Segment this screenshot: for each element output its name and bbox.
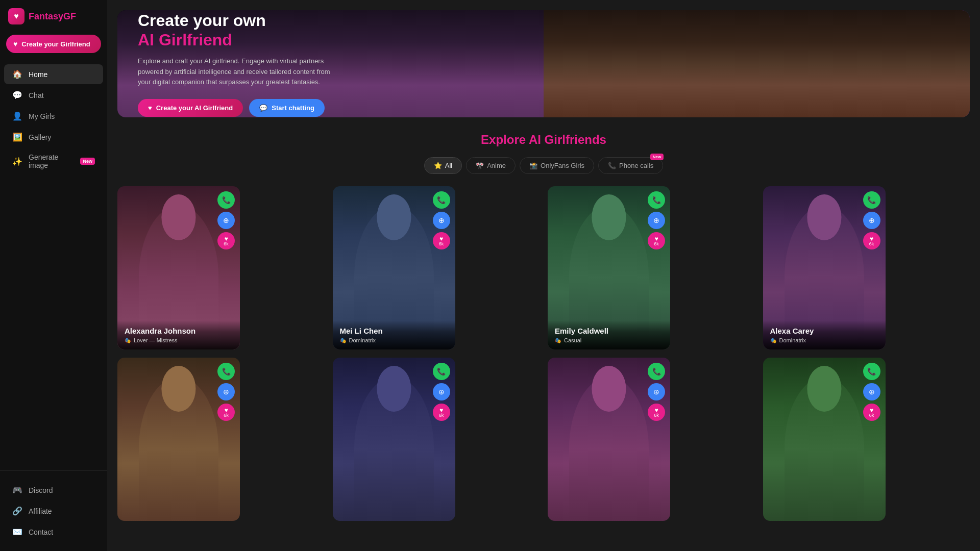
hero-create-button[interactable]: ♥ Create your AI Girlfriend [138, 99, 243, 117]
create-girlfriend-button[interactable]: ♥ Create your Girlfriend [6, 35, 101, 53]
like-count: 6k [224, 241, 229, 246]
scan-button[interactable]: ⊕ [433, 383, 450, 400]
filter-tab-phone[interactable]: 📞 Phone callsNew [598, 157, 663, 174]
sidebar-item-label: Contact [29, 528, 53, 536]
sidebar-item-label: Affiliate [29, 507, 52, 515]
girl-card[interactable]: 📞 ⊕ ♥ 6k [763, 358, 886, 521]
phone-button[interactable]: 📞 [433, 191, 450, 209]
scan-button[interactable]: ⊕ [217, 383, 235, 400]
logo-icon: ♥ [8, 8, 24, 24]
girl-card[interactable]: 📞 ⊕ ♥ 6k Mei Li Chen 🎭 Dominatrix [333, 186, 455, 349]
role-icon: 🎭 [125, 338, 131, 343]
card-actions: 📞 ⊕ ♥ 6k [863, 191, 880, 249]
girl-name: Emily Caldwell [555, 327, 663, 335]
role-label: Dominatrix [779, 337, 806, 343]
girl-card[interactable]: 📞 ⊕ ♥ 6k [333, 358, 455, 521]
role-label: Lover — Mistress [134, 337, 178, 343]
sidebar-item-discord[interactable]: 🎮 Discord [4, 480, 103, 500]
phone-button[interactable]: 📞 [863, 363, 880, 380]
girl-name: Alexa Carey [770, 327, 878, 335]
sidebar-item-label: Discord [29, 486, 53, 494]
filter-tab-all[interactable]: ⭐ All [424, 157, 462, 174]
phone-button[interactable]: 📞 [648, 191, 665, 209]
role-label: Dominatrix [349, 337, 376, 343]
card-info: Alexandra Johnson 🎭 Lover — Mistress [117, 320, 240, 349]
filter-tabs: ⭐ All🎌 Anime📸 OnlyFans Girls📞 Phone call… [117, 157, 970, 174]
onlyfans-tab-icon: 📸 [529, 162, 537, 169]
filter-tab-label: OnlyFans Girls [541, 162, 584, 169]
filter-tab-anime[interactable]: 🎌 Anime [466, 157, 516, 174]
sidebar: ♥ FantasyGF ♥ Create your Girlfriend 🏠 H… [0, 0, 107, 551]
my-girls-icon: 👤 [12, 111, 22, 121]
hero-chat-button[interactable]: 💬 Start chatting [249, 99, 325, 117]
girl-role: 🎭 Dominatrix [770, 337, 878, 343]
anime-tab-icon: 🎌 [476, 162, 484, 169]
card-info: Emily Caldwell 🎭 Casual [548, 320, 670, 349]
affiliate-icon: 🔗 [12, 506, 22, 516]
like-button[interactable]: ♥ 6k [863, 404, 880, 421]
card-actions: 📞 ⊕ ♥ 6k [217, 191, 235, 249]
sidebar-bottom: 🎮 Discord🔗 Affiliate✉️ Contact [0, 470, 107, 543]
girl-name: Alexandra Johnson [125, 327, 233, 335]
phone-button[interactable]: 📞 [648, 363, 665, 380]
like-button[interactable]: ♥ 6k [863, 232, 880, 249]
girl-card[interactable]: 📞 ⊕ ♥ 6k [117, 358, 240, 521]
girl-card[interactable]: 📞 ⊕ ♥ 6k Alexa Carey 🎭 Dominatrix [763, 186, 886, 349]
explore-section: Explore AI Girlfriends ⭐ All🎌 Anime📸 Onl… [117, 133, 970, 521]
like-count: 6k [654, 241, 659, 246]
phone-button[interactable]: 📞 [863, 191, 880, 209]
girl-name: Mei Li Chen [340, 327, 448, 335]
like-button[interactable]: ♥ 6k [648, 232, 665, 249]
card-info: Mei Li Chen 🎭 Dominatrix [333, 320, 455, 349]
like-button[interactable]: ♥ 6k [217, 404, 235, 421]
sidebar-item-label: Home [29, 70, 47, 79]
like-count: 6k [654, 413, 659, 418]
scan-button[interactable]: ⊕ [433, 212, 450, 229]
gallery-icon: 🖼️ [12, 132, 22, 142]
main-content: Create your own AI Girlfriend Explore an… [107, 0, 980, 551]
hero-buttons: ♥ Create your AI Girlfriend 💬 Start chat… [138, 99, 332, 117]
sidebar-item-chat[interactable]: 💬 Chat [4, 85, 103, 105]
tab-new-badge: New [650, 154, 664, 160]
filter-tab-onlyfans[interactable]: 📸 OnlyFans Girls [520, 157, 594, 174]
sidebar-item-my-girls[interactable]: 👤 My Girls [4, 106, 103, 126]
phone-button[interactable]: 📞 [433, 363, 450, 380]
scan-button[interactable]: ⊕ [863, 212, 880, 229]
like-count: 6k [869, 241, 874, 246]
sidebar-item-home[interactable]: 🏠 Home [4, 64, 103, 84]
phone-button[interactable]: 📞 [217, 363, 235, 380]
sidebar-item-affiliate[interactable]: 🔗 Affiliate [4, 501, 103, 521]
girl-card[interactable]: 📞 ⊕ ♥ 6k [548, 358, 670, 521]
like-button[interactable]: ♥ 6k [217, 232, 235, 249]
phone-button[interactable]: 📞 [217, 191, 235, 209]
girl-card[interactable]: 📞 ⊕ ♥ 6k Emily Caldwell 🎭 Casual [548, 186, 670, 349]
like-count: 6k [224, 413, 229, 418]
girl-role: 🎭 Casual [555, 337, 663, 343]
sidebar-item-generate[interactable]: ✨ Generate imageNew [4, 148, 103, 174]
all-tab-icon: ⭐ [434, 162, 442, 169]
card-actions: 📞 ⊕ ♥ 6k [648, 191, 665, 249]
scan-button[interactable]: ⊕ [863, 383, 880, 400]
scan-button[interactable]: ⊕ [648, 383, 665, 400]
contact-icon: ✉️ [12, 527, 22, 537]
filter-tab-label: Phone calls [619, 162, 653, 169]
girl-card[interactable]: 📞 ⊕ ♥ 6k Alexandra Johnson 🎭 Lover — Mis… [117, 186, 240, 349]
role-icon: 🎭 [555, 338, 561, 343]
explore-title: Explore AI Girlfriends [117, 133, 970, 147]
chat-icon: 💬 [12, 90, 22, 100]
chat-icon: 💬 [259, 104, 267, 112]
like-button[interactable]: ♥ 6k [648, 404, 665, 421]
home-icon: 🏠 [12, 69, 22, 79]
sidebar-item-label: Generate image [29, 153, 72, 169]
card-actions: 📞 ⊕ ♥ 6k [648, 363, 665, 421]
scan-button[interactable]: ⊕ [217, 212, 235, 229]
like-button[interactable]: ♥ 6k [433, 404, 450, 421]
sidebar-item-contact[interactable]: ✉️ Contact [4, 522, 103, 542]
sidebar-item-gallery[interactable]: 🖼️ Gallery [4, 127, 103, 147]
card-actions: 📞 ⊕ ♥ 6k [433, 363, 450, 421]
like-button[interactable]: ♥ 6k [433, 232, 450, 249]
sidebar-item-label: Gallery [29, 133, 51, 141]
scan-button[interactable]: ⊕ [648, 212, 665, 229]
filter-tab-label: Anime [487, 162, 506, 169]
card-actions: 📞 ⊕ ♥ 6k [433, 191, 450, 249]
